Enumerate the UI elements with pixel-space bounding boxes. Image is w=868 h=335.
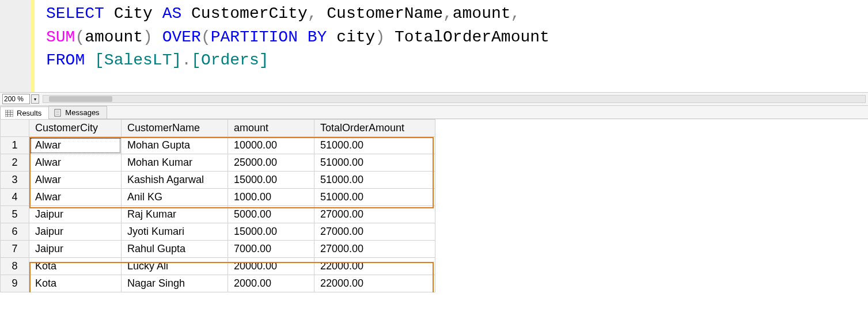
tok-paren: ( [75, 28, 85, 46]
kw-as: AS [162, 5, 182, 22]
cell[interactable]: Jaipur [29, 223, 122, 241]
document-icon [54, 109, 62, 117]
tab-messages-label: Messages [65, 108, 99, 117]
cell[interactable]: 20000.00 [228, 258, 314, 275]
editor-gutter [0, 0, 35, 92]
grid-icon [5, 110, 13, 117]
zoom-input[interactable] [2, 94, 30, 104]
cell[interactable]: 51000.00 [314, 172, 435, 189]
zoom-dropdown[interactable]: ▾ [31, 94, 39, 104]
table-row[interactable]: 5JaipurRaj Kumar5000.0027000.00 [1, 206, 435, 223]
tab-messages[interactable]: Messages [48, 106, 107, 119]
row-number[interactable]: 3 [1, 172, 29, 189]
sql-code[interactable]: SELECT City AS CustomerCity, CustomerNam… [35, 0, 555, 92]
col-amount[interactable]: amount [228, 120, 314, 137]
results-grid-wrap: CustomerCity CustomerName amount TotalOr… [0, 119, 868, 292]
table-row[interactable]: 8KotaLucky Ali20000.0022000.00 [1, 258, 435, 275]
tab-results-label: Results [17, 109, 41, 117]
tab-results[interactable]: Results [0, 106, 49, 119]
row-number[interactable]: 4 [1, 189, 29, 206]
kw-select: SELECT [46, 5, 104, 22]
tok-amount: amount [453, 5, 511, 22]
results-grid[interactable]: CustomerCity CustomerName amount TotalOr… [0, 119, 435, 292]
table-row[interactable]: 4AlwarAnil KG1000.0051000.00 [1, 189, 435, 206]
cell[interactable]: Kota [29, 258, 122, 275]
cell[interactable]: 51000.00 [314, 154, 435, 172]
row-number[interactable]: 7 [1, 241, 29, 258]
cell[interactable]: 5000.00 [228, 206, 314, 223]
kw-over: OVER [162, 28, 201, 46]
col-customercity[interactable]: CustomerCity [29, 120, 122, 137]
cell[interactable]: Alwar [29, 154, 122, 172]
cell[interactable]: 7000.00 [228, 241, 314, 258]
cell[interactable]: Raj Kumar [122, 206, 228, 223]
cell[interactable]: Kota [29, 275, 122, 292]
cell[interactable]: 51000.00 [314, 137, 435, 154]
table-row[interactable]: 7JaipurRahul Gupta7000.0027000.00 [1, 241, 435, 258]
cell[interactable]: 51000.00 [314, 189, 435, 206]
tok-paren: ) [375, 28, 385, 46]
cell[interactable]: 15000.00 [228, 223, 314, 241]
cell[interactable]: Jaipur [29, 206, 122, 223]
table-row[interactable]: 6JaipurJyoti Kumari15000.0027000.00 [1, 223, 435, 241]
kw-from: FROM [46, 51, 85, 69]
cell[interactable]: 22000.00 [314, 275, 435, 292]
cell[interactable]: 25000.00 [228, 154, 314, 172]
cell[interactable]: 10000.00 [228, 137, 314, 154]
cell[interactable]: Nagar Singh [122, 275, 228, 292]
tok-customercity: CustomerCity [181, 5, 307, 22]
sql-editor[interactable]: SELECT City AS CustomerCity, CustomerNam… [0, 0, 868, 92]
cell[interactable]: Anil KG [122, 189, 228, 206]
row-number[interactable]: 2 [1, 154, 29, 172]
table-row[interactable]: 9KotaNagar Singh2000.0022000.00 [1, 275, 435, 292]
cell[interactable]: 15000.00 [228, 172, 314, 189]
header-row: CustomerCity CustomerName amount TotalOr… [1, 120, 435, 137]
zoom-toolbar: ▾ [0, 92, 868, 106]
col-customername[interactable]: CustomerName [122, 120, 228, 137]
horizontal-scrollbar-thumb[interactable] [49, 96, 112, 102]
corner-cell[interactable] [1, 120, 29, 137]
cell[interactable]: Alwar [29, 189, 122, 206]
tok-customername: CustomerName [317, 5, 443, 22]
tok-comma: , [443, 5, 453, 22]
fn-sum: SUM [46, 28, 75, 46]
tok-comma: , [511, 5, 521, 22]
tok-dot: . [181, 51, 191, 69]
cell[interactable]: Jaipur [29, 241, 122, 258]
cell[interactable]: Rahul Gupta [122, 241, 228, 258]
table-row[interactable]: 2AlwarMohan Kumar25000.0051000.00 [1, 154, 435, 172]
table-row[interactable]: 1AlwarMohan Gupta10000.0051000.00 [1, 137, 435, 154]
tok-table: [Orders] [191, 51, 268, 69]
row-number[interactable]: 1 [1, 137, 29, 154]
row-number[interactable]: 5 [1, 206, 29, 223]
tok-paren: ) [143, 28, 153, 46]
cell[interactable]: Lucky Ali [122, 258, 228, 275]
tok-city: City [104, 5, 162, 22]
cell[interactable]: Alwar [29, 172, 122, 189]
tok-city: city [327, 28, 375, 46]
table-row[interactable]: 3AlwarKashish Agarwal15000.0051000.00 [1, 172, 435, 189]
cell[interactable]: 27000.00 [314, 241, 435, 258]
horizontal-scrollbar[interactable] [43, 95, 866, 103]
tok-paren: ( [201, 28, 211, 46]
kw-by: BY [308, 28, 327, 46]
col-totalorderamount[interactable]: TotalOrderAmount [314, 120, 435, 137]
cell[interactable]: Mohan Kumar [122, 154, 228, 172]
row-number[interactable]: 6 [1, 223, 29, 241]
cell[interactable]: 22000.00 [314, 258, 435, 275]
row-number[interactable]: 9 [1, 275, 29, 292]
cell[interactable]: Mohan Gupta [122, 137, 228, 154]
cell[interactable]: 27000.00 [314, 206, 435, 223]
cell[interactable]: Jyoti Kumari [122, 223, 228, 241]
cell[interactable]: 1000.00 [228, 189, 314, 206]
tok-schema: [SalesLT] [94, 51, 181, 69]
cell[interactable]: 2000.00 [228, 275, 314, 292]
svg-rect-0 [5, 110, 13, 117]
row-number[interactable]: 8 [1, 258, 29, 275]
cell[interactable]: 27000.00 [314, 223, 435, 241]
tok-totalorderamount: TotalOrderAmount [385, 28, 549, 46]
result-tabs: Results Messages [0, 106, 868, 119]
tok-amount: amount [85, 28, 143, 46]
cell[interactable]: Alwar [29, 137, 122, 154]
cell[interactable]: Kashish Agarwal [122, 172, 228, 189]
